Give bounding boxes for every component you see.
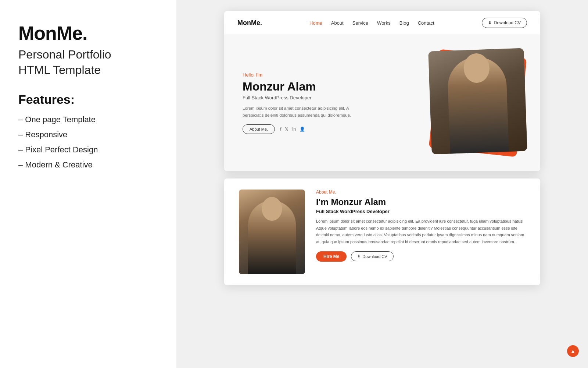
download-cv-button[interactable]: ⬇ Download CV (351, 251, 393, 261)
nav-blog[interactable]: Blog (399, 20, 409, 26)
hero-role: Full Stack WordPress Developer (243, 95, 408, 100)
chevron-up-icon: ▲ (570, 348, 576, 354)
about-name: I'm Monzur Alam (316, 197, 526, 207)
hero-person-image (428, 48, 527, 155)
hire-me-button[interactable]: Hire Me (316, 251, 347, 262)
facebook-icon[interactable]: f (280, 127, 281, 132)
download-icon: ⬇ (488, 20, 492, 25)
site-mockup-about: About Me. I'm Monzur Alam Full Stack Wor… (224, 178, 540, 285)
hero-images (408, 50, 526, 156)
hero-desc: Lorem ipsum dolor sit amet consectetur a… (243, 105, 353, 118)
right-panel: MonMe. Home About Service Works Blog Con… (176, 0, 588, 368)
hero-actions: About Me. f 𝕏 in 👤 (243, 124, 408, 134)
about-label: About Me. (316, 190, 526, 195)
nav-cv-button[interactable]: ⬇ Download CV (482, 18, 527, 28)
feature-2: – Responsive (18, 128, 158, 141)
nav-about[interactable]: About (331, 20, 344, 26)
nav-contact[interactable]: Contact (418, 20, 434, 26)
about-actions: Hire Me ⬇ Download CV (316, 251, 526, 262)
dl-icon: ⬇ (357, 254, 361, 259)
cv-btn-label: Download CV (494, 20, 521, 25)
hero-about-button[interactable]: About Me. (243, 124, 275, 134)
nav-service[interactable]: Service (352, 20, 368, 26)
hero-section: Hello, I'm Monzur Alam Full Stack WordPr… (224, 35, 540, 171)
site-nav: MonMe. Home About Service Works Blog Con… (224, 11, 540, 35)
linkedin-icon[interactable]: in (292, 127, 295, 132)
about-section: About Me. I'm Monzur Alam Full Stack Wor… (224, 178, 540, 285)
social-icons: f 𝕏 in 👤 (280, 127, 305, 132)
brand-subtitle: Personal PortfolioHTML Template (18, 47, 158, 78)
nav-home[interactable]: Home (309, 20, 322, 26)
user-icon[interactable]: 👤 (300, 127, 305, 132)
scroll-to-top-button[interactable]: ▲ (567, 345, 579, 357)
features-title: Features: (18, 92, 158, 107)
dl-label: Download CV (362, 254, 387, 259)
nav-logo: MonMe. (237, 19, 262, 27)
feature-1: – One page Template (18, 113, 158, 125)
nav-works[interactable]: Works (377, 20, 391, 26)
hero-content: Hello, I'm Monzur Alam Full Stack WordPr… (243, 72, 408, 134)
about-person-image (239, 190, 305, 274)
site-mockup-hero: MonMe. Home About Service Works Blog Con… (224, 11, 540, 171)
feature-4: – Modern & Creative (18, 159, 158, 171)
twitter-icon[interactable]: 𝕏 (285, 127, 288, 132)
nav-links: Home About Service Works Blog Contact (309, 20, 434, 26)
about-role: Full Stack WordPress Developer (316, 209, 526, 214)
feature-3: – Pixel Perfect Design (18, 144, 158, 156)
about-content: About Me. I'm Monzur Alam Full Stack Wor… (316, 190, 526, 262)
hero-name: Monzur Alam (243, 80, 408, 93)
left-panel: MonMe. Personal PortfolioHTML Template F… (0, 0, 176, 368)
brand-title: MonMe. (18, 22, 158, 44)
about-desc: Lorem ipsum dolor sit amet consectetur a… (316, 218, 526, 245)
hero-hello: Hello, I'm (243, 72, 408, 78)
